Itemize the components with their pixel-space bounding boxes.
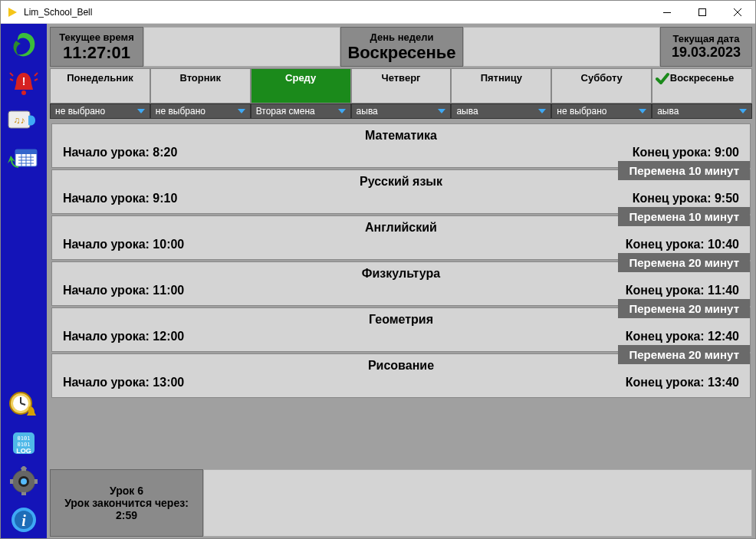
lesson-start: Начало урока: 12:00 xyxy=(63,330,184,343)
day-shift-select-2[interactable]: Вторая смена xyxy=(251,104,351,119)
footer-fill xyxy=(203,469,752,537)
day-tab-6[interactable]: Воскресенье xyxy=(652,68,752,104)
dropdown-arrow-icon xyxy=(739,109,747,113)
svg-text:LOG: LOG xyxy=(16,447,31,455)
clock-bell-icon[interactable] xyxy=(5,386,42,423)
lesson-status-title: Урок 6 xyxy=(110,485,143,497)
log-icon[interactable]: 0101 0101 LOG xyxy=(5,425,42,462)
day-dropdown-row: не выбраноне выбраноВторая сменааывааыва… xyxy=(50,104,752,119)
current-date-value: 19.03.2023 xyxy=(672,44,741,61)
dropdown-arrow-icon xyxy=(538,109,546,113)
day-shift-select-value: не выбрано xyxy=(156,106,205,117)
day-of-week-value: Воскресенье xyxy=(347,43,455,63)
day-tab-label: Вторник xyxy=(179,72,221,84)
lesson-end: Конец урока: 10:40 xyxy=(626,238,739,251)
lesson-end: Конец урока: 13:40 xyxy=(626,376,739,389)
app-play-icon xyxy=(5,5,19,19)
lesson-start: Начало урока: 11:00 xyxy=(63,284,184,297)
lesson-card-5[interactable]: Перемена 20 минутРисованиеНачало урока: … xyxy=(51,353,751,398)
dropdown-arrow-icon xyxy=(438,109,445,113)
sidebar: ! ♫♪ xyxy=(1,24,47,538)
day-tab-2[interactable]: Среду xyxy=(251,68,351,104)
day-shift-select-value: не выбрано xyxy=(557,106,606,117)
day-shift-select-value: аыва xyxy=(657,106,679,117)
maximize-button[interactable] xyxy=(685,1,720,24)
current-time-box: Текущее время 11:27:01 xyxy=(50,27,143,67)
current-date-box: Текущая дата 19.03.2023 xyxy=(660,27,752,67)
titlebar: Lim_School_Bell xyxy=(1,1,755,24)
header-spacer-2 xyxy=(463,27,660,67)
day-tab-1[interactable]: Вторник xyxy=(150,68,251,104)
break-badge: Перемена 20 минут xyxy=(618,299,750,318)
current-time-label: Текущее время xyxy=(59,31,134,43)
svg-text:♫♪: ♫♪ xyxy=(14,115,25,126)
day-of-week-box: День недели Воскресенье xyxy=(340,27,463,67)
lesson-start: Начало урока: 13:00 xyxy=(63,376,184,389)
dropdown-arrow-icon xyxy=(238,109,245,113)
lesson-countdown-value: 2:59 xyxy=(116,509,137,521)
day-tab-label: Среду xyxy=(285,72,316,84)
day-shift-select-5[interactable]: не выбрано xyxy=(551,104,652,119)
day-shift-select-value: аыва xyxy=(456,106,478,117)
current-date-label: Текущая дата xyxy=(673,33,740,44)
lesson-countdown-label: Урок закончится через: xyxy=(64,497,189,509)
day-tab-0[interactable]: Понедельник xyxy=(50,68,150,104)
day-tabs-row: ПонедельникВторникСредуЧетвергПятницуСуб… xyxy=(50,68,752,104)
break-badge: Перемена 10 минут xyxy=(618,207,750,226)
lesson-status-box: Урок 6 Урок закончится через: 2:59 xyxy=(50,469,203,537)
day-tab-label: Субботу xyxy=(581,72,623,84)
close-button[interactable] xyxy=(720,1,755,24)
dropdown-arrow-icon xyxy=(639,109,646,113)
day-shift-select-6[interactable]: аыва xyxy=(652,104,752,119)
day-shift-select-value: Вторая смена xyxy=(256,106,315,117)
current-time-value: 11:27:01 xyxy=(63,43,130,63)
window-title: Lim_School_Bell xyxy=(24,7,92,18)
calendar-return-icon[interactable] xyxy=(5,142,42,179)
dropdown-arrow-icon xyxy=(137,109,145,113)
break-badge: Перемена 10 минут xyxy=(618,161,750,180)
day-tab-3[interactable]: Четверг xyxy=(351,68,452,104)
svg-rect-10 xyxy=(15,150,37,154)
day-shift-select-value: аыва xyxy=(357,106,378,117)
today-check-icon xyxy=(656,72,669,88)
day-tab-5[interactable]: Субботу xyxy=(551,68,652,104)
settings-gear-icon[interactable] xyxy=(5,463,42,500)
day-tab-label: Четверг xyxy=(382,72,421,84)
lessons-list: МатематикаНачало урока: 8:20Конец урока:… xyxy=(51,123,751,465)
svg-rect-1 xyxy=(663,12,671,13)
logo-swirl-icon[interactable] xyxy=(5,27,42,64)
svg-text:0101: 0101 xyxy=(18,435,31,442)
day-of-week-label: День недели xyxy=(370,31,434,43)
day-shift-select-4[interactable]: аыва xyxy=(451,104,551,119)
day-tab-label: Пятницу xyxy=(481,72,522,84)
lesson-end: Конец урока: 12:40 xyxy=(626,330,739,343)
day-tab-4[interactable]: Пятницу xyxy=(451,68,551,104)
lesson-start: Начало урока: 10:00 xyxy=(63,238,184,251)
lesson-start: Начало урока: 9:10 xyxy=(63,192,177,205)
minimize-button[interactable] xyxy=(649,1,685,24)
day-shift-select-1[interactable]: не выбрано xyxy=(150,104,251,119)
lesson-end: Конец урока: 9:00 xyxy=(633,146,739,159)
day-shift-select-3[interactable]: аыва xyxy=(351,104,452,119)
break-badge: Перемена 20 минут xyxy=(618,345,750,364)
svg-point-33 xyxy=(21,478,27,485)
break-badge: Перемена 20 минут xyxy=(618,253,750,272)
dropdown-arrow-icon xyxy=(338,109,346,113)
lesson-subject: Математика xyxy=(52,124,750,143)
svg-marker-0 xyxy=(8,8,17,17)
svg-rect-2 xyxy=(699,8,706,15)
day-shift-select-value: не выбрано xyxy=(55,106,105,117)
music-schedule-icon[interactable]: ♫♪ xyxy=(5,104,42,140)
alarm-bell-icon[interactable]: ! xyxy=(5,65,42,102)
footer: Урок 6 Урок закончится через: 2:59 xyxy=(47,469,755,538)
day-tab-label: Воскресенье xyxy=(670,72,734,84)
header-info-row: Текущее время 11:27:01 День недели Воскр… xyxy=(47,24,755,67)
svg-text:!: ! xyxy=(22,75,26,87)
day-shift-select-0[interactable]: не выбрано xyxy=(50,104,150,119)
lesson-end: Конец урока: 9:50 xyxy=(633,192,739,205)
info-icon[interactable]: i xyxy=(5,501,42,538)
main-panel: Текущее время 11:27:01 День недели Воскр… xyxy=(47,24,755,538)
lesson-start: Начало урока: 8:20 xyxy=(63,146,177,159)
svg-point-5 xyxy=(21,90,26,95)
svg-text:i: i xyxy=(21,512,26,529)
